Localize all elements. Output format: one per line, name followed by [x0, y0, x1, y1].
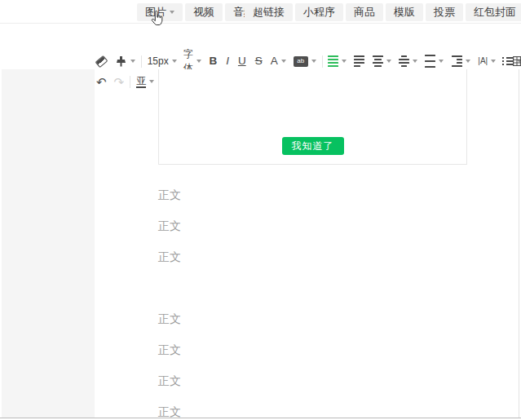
format-painter-button[interactable] [115, 55, 135, 68]
menu-item-red-packet-cover[interactable]: 红包封面 [466, 3, 521, 21]
clear-format-button[interactable] [96, 58, 107, 65]
align-left-icon [354, 55, 364, 69]
highlight-icon: ab [294, 56, 308, 67]
table-icon [513, 56, 521, 66]
menu-item-hyperlink[interactable]: 超链接 [245, 3, 293, 21]
menu-item-video[interactable]: 视频 [185, 3, 223, 21]
underline-button[interactable]: U [238, 55, 246, 67]
italic-button[interactable]: I [226, 55, 229, 67]
italic-icon: I [226, 55, 229, 67]
paint-brush-icon [115, 55, 127, 68]
chevron-down-icon [342, 60, 347, 63]
chevron-down-icon [386, 60, 391, 63]
undo-button[interactable]: ↶ [96, 76, 107, 88]
justify-icon [328, 55, 338, 69]
chevron-down-icon [196, 60, 201, 63]
body-text-placeholder[interactable]: 正文 [158, 251, 181, 263]
phonetic-icon: 亚 [136, 76, 146, 88]
indent-button[interactable] [452, 55, 470, 69]
table-button[interactable] [513, 56, 521, 66]
chevron-down-icon [130, 60, 135, 63]
chevron-down-icon [311, 60, 316, 63]
chevron-down-icon [149, 80, 154, 83]
indent-icon [452, 55, 462, 69]
chevron-down-icon [170, 11, 174, 14]
strikethrough-button[interactable]: S [255, 55, 263, 67]
body-text-placeholder[interactable]: 正文 [158, 344, 181, 356]
chevron-down-icon [172, 60, 177, 63]
menu-item-vote-label: 投票 [434, 5, 455, 20]
menu-item-mini-program[interactable]: 小程序 [295, 3, 343, 21]
line-height-icon [425, 53, 435, 69]
margin-both-icon [399, 55, 409, 69]
menu-item-vote[interactable]: 投票 [426, 3, 463, 21]
sidebar-panel [2, 69, 95, 418]
justify-button-active[interactable] [328, 55, 347, 69]
window-bottom-border [0, 418, 521, 418]
insert-menu-bar: 图片 视频 音频 超链接 小程序 商品 模版 投票 [0, 0, 521, 24]
letter-spacing-icon: |A| [478, 57, 488, 65]
body-text-placeholder[interactable]: 正文 [158, 406, 181, 418]
redo-button[interactable]: ↷ [114, 76, 125, 88]
chevron-down-icon [491, 60, 496, 63]
font-size-select[interactable]: 15px [148, 55, 177, 67]
chevron-down-icon [281, 60, 286, 63]
formatting-toolbar: 15px 字体 B I U S A a [0, 24, 521, 69]
align-center-icon [373, 55, 383, 69]
chevron-down-icon [413, 60, 417, 63]
notice-card: 我知道了 [158, 69, 467, 165]
body-text-placeholder[interactable]: 正文 [158, 220, 181, 232]
menu-item-image[interactable]: 图片 [137, 3, 183, 21]
font-color-icon: A [271, 55, 278, 67]
divider [130, 76, 130, 88]
eraser-icon [95, 55, 108, 67]
redo-icon: ↷ [114, 76, 125, 88]
confirm-button[interactable]: 我知道了 [282, 137, 344, 155]
bold-icon: B [209, 55, 217, 67]
body-text-placeholder[interactable]: 正文 [158, 375, 181, 387]
menu-item-template-label: 模版 [394, 5, 415, 20]
align-center-button[interactable] [373, 55, 391, 69]
menu-item-video-label: 视频 [193, 5, 214, 20]
extras-menu-group: 超链接 小程序 商品 模版 投票 红包封面 [245, 3, 521, 21]
font-color-button[interactable]: A [271, 55, 286, 67]
undo-icon: ↶ [96, 76, 107, 88]
margin-both-button[interactable] [399, 55, 417, 69]
body-text-placeholder[interactable]: 正文 [158, 189, 181, 201]
menu-item-red-packet-cover-label: 红包封面 [474, 5, 516, 20]
body-text-placeholder[interactable]: 正文 [158, 313, 181, 325]
menu-item-image-label: 图片 [145, 5, 166, 20]
menu-item-product-label: 商品 [354, 5, 375, 20]
line-height-button[interactable] [425, 53, 444, 69]
menu-item-mini-program-label: 小程序 [303, 5, 335, 20]
align-left-button[interactable] [354, 55, 364, 69]
underline-icon: U [238, 55, 246, 67]
menu-item-hyperlink-label: 超链接 [253, 5, 285, 20]
menu-item-template[interactable]: 模版 [386, 3, 423, 21]
divider [322, 55, 323, 68]
bold-button[interactable]: B [209, 55, 217, 67]
letter-spacing-button[interactable]: |A| [478, 57, 496, 65]
font-size-value: 15px [148, 55, 169, 67]
media-menu-group: 图片 视频 音频 [137, 3, 263, 21]
highlight-color-button[interactable]: ab [294, 56, 316, 67]
wechat-article-editor-window: 图片 视频 音频 超链接 小程序 商品 模版 投票 [0, 0, 521, 420]
phonetic-annotation-button[interactable]: 亚 [136, 76, 154, 88]
chevron-down-icon [439, 60, 444, 63]
window-right-border [519, 69, 519, 418]
divider [141, 55, 142, 68]
strikethrough-icon: S [255, 55, 263, 67]
chevron-down-icon [466, 60, 470, 63]
menu-item-product[interactable]: 商品 [346, 3, 383, 21]
toolbar-row-1: 15px 字体 B I U S A a [96, 51, 521, 71]
